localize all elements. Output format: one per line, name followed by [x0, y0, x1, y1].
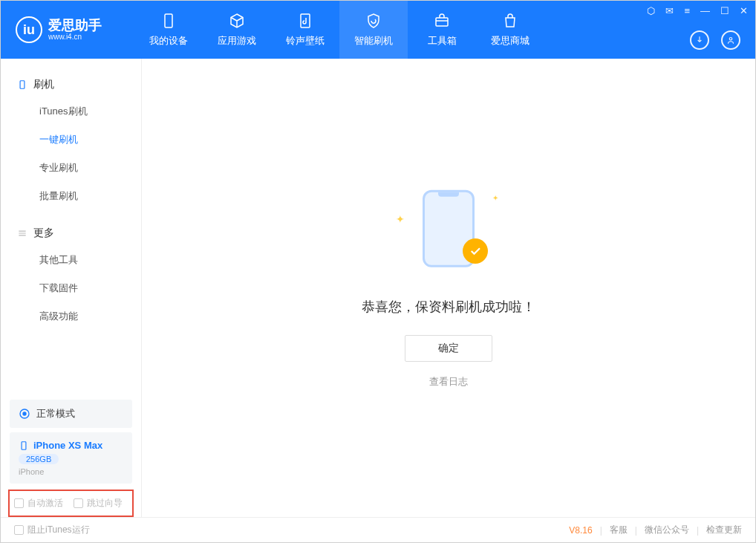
- sidebar: 刷机 iTunes刷机 一键刷机 专业刷机 批量刷机 更多 其他工具 下载固件 …: [1, 59, 142, 517]
- sidebar-item-batch-flash[interactable]: 批量刷机: [1, 182, 141, 210]
- ok-button[interactable]: 确定: [405, 335, 492, 362]
- app-header: iu 爱思助手 www.i4.cn 我的设备 应用游戏 铃声壁纸 智能刷机 工具…: [1, 1, 755, 59]
- header-actions: [690, 30, 740, 50]
- logo-area: iu 爱思助手 www.i4.cn: [1, 16, 134, 43]
- user-icon[interactable]: [721, 30, 740, 50]
- highlighted-options: 自动激活 跳过向导: [8, 490, 134, 517]
- section-header-more: 更多: [1, 221, 141, 246]
- tab-ringtones-wallpapers[interactable]: 铃声壁纸: [271, 1, 339, 59]
- titlebar-controls: ⬡ ✉ ≡ ― ☐ ✕: [647, 5, 748, 16]
- sidebar-item-itunes-flash[interactable]: iTunes刷机: [1, 97, 141, 126]
- phone-icon: [160, 12, 177, 30]
- check-badge-icon: [463, 238, 488, 264]
- app-name: 爱思助手: [48, 19, 102, 33]
- nav-tabs: 我的设备 应用游戏 铃声壁纸 智能刷机 工具箱 爱思商城: [134, 1, 544, 59]
- maximize-icon[interactable]: ☐: [720, 5, 729, 16]
- tab-label: 应用游戏: [218, 34, 256, 48]
- device-type: iPhone: [19, 467, 44, 476]
- checkbox-box: [74, 498, 83, 508]
- device-icon: [17, 79, 27, 90]
- app-url: www.i4.cn: [48, 33, 102, 41]
- tab-label: 我的设备: [149, 34, 188, 48]
- footer-link-support[interactable]: 客服: [610, 524, 628, 536]
- footer-link-update[interactable]: 检查更新: [706, 524, 742, 536]
- minimize-icon[interactable]: ―: [700, 5, 710, 16]
- stop-itunes-checkbox[interactable]: 阻止iTunes运行: [14, 524, 90, 536]
- svg-point-6: [23, 412, 26, 415]
- footer-link-wechat[interactable]: 微信公众号: [645, 524, 689, 536]
- version-label: V8.16: [569, 525, 592, 536]
- skip-guide-checkbox[interactable]: 跳过向导: [74, 497, 123, 510]
- sidebar-item-download-firmware[interactable]: 下载固件: [1, 274, 141, 302]
- sparkle-icon: ✦: [396, 213, 405, 225]
- sparkle-icon: ✦: [492, 194, 498, 202]
- svg-rect-4: [20, 81, 25, 89]
- tab-label: 智能刷机: [354, 34, 393, 48]
- feedback-icon[interactable]: ✉: [665, 5, 674, 16]
- bag-icon: [501, 12, 519, 30]
- tab-my-device[interactable]: 我的设备: [134, 1, 203, 59]
- view-log-link[interactable]: 查看日志: [429, 375, 468, 388]
- device-card[interactable]: iPhone XS Max 256GB iPhone: [10, 432, 132, 484]
- checkbox-box: [14, 525, 24, 535]
- success-message: 恭喜您，保资料刷机成功啦！: [362, 298, 535, 316]
- tshirt-icon[interactable]: ⬡: [647, 5, 655, 16]
- logo-icon: iu: [16, 16, 42, 43]
- shield-refresh-icon: [365, 12, 382, 30]
- section-header-flash: 刷机: [1, 72, 141, 97]
- main-content: ✦ ✦ 恭喜您，保资料刷机成功啦！ 确定 查看日志: [142, 59, 755, 517]
- auto-activate-checkbox[interactable]: 自动激活: [14, 497, 63, 510]
- body-area: 刷机 iTunes刷机 一键刷机 专业刷机 批量刷机 更多 其他工具 下载固件 …: [1, 59, 755, 517]
- svg-point-3: [729, 38, 732, 41]
- sidebar-item-pro-flash[interactable]: 专业刷机: [1, 154, 141, 182]
- sidebar-item-other-tools[interactable]: 其他工具: [1, 246, 141, 274]
- toolbox-icon: [433, 12, 451, 30]
- phone-small-icon: [19, 440, 29, 451]
- device-capacity: 256GB: [19, 454, 59, 464]
- tab-smart-flash[interactable]: 智能刷机: [339, 1, 408, 59]
- close-icon[interactable]: ✕: [740, 5, 748, 16]
- music-file-icon: [296, 12, 314, 30]
- sidebar-item-advanced[interactable]: 高级功能: [1, 302, 141, 331]
- tab-store[interactable]: 爱思商城: [476, 1, 544, 59]
- status-bar: 阻止iTunes运行 V8.16 | 客服 | 微信公众号 | 检查更新: [1, 517, 755, 542]
- tab-apps-games[interactable]: 应用游戏: [203, 1, 271, 59]
- device-name: iPhone XS Max: [33, 440, 102, 451]
- success-illustration: ✦ ✦: [400, 188, 497, 277]
- normal-mode-card[interactable]: 正常模式: [10, 400, 132, 428]
- svg-rect-2: [436, 18, 448, 26]
- tab-label: 爱思商城: [491, 34, 529, 48]
- cube-icon: [228, 12, 246, 30]
- mode-icon: [19, 408, 30, 420]
- svg-rect-1: [301, 14, 310, 27]
- tab-label: 铃声壁纸: [286, 34, 325, 48]
- tab-toolbox[interactable]: 工具箱: [408, 1, 476, 59]
- checkbox-box: [14, 498, 24, 508]
- menu-icon[interactable]: ≡: [684, 5, 690, 16]
- sidebar-item-oneclick-flash[interactable]: 一键刷机: [1, 126, 141, 154]
- download-icon[interactable]: [690, 30, 709, 50]
- tab-label: 工具箱: [428, 34, 457, 48]
- svg-rect-0: [165, 14, 172, 27]
- svg-rect-7: [22, 441, 26, 449]
- list-icon: [17, 228, 27, 238]
